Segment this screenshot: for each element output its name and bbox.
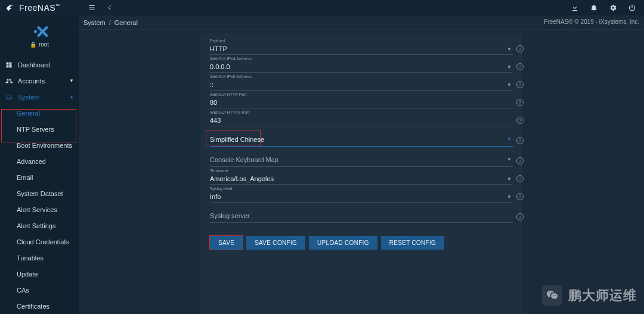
main-area: System / General FreeNAS® © 2019 - iXsys… bbox=[79, 15, 644, 314]
field-label: Syslog level bbox=[210, 186, 513, 191]
sidebar-user: 🔒 root bbox=[30, 41, 49, 48]
save-button[interactable]: SAVE bbox=[210, 236, 243, 250]
sidebar-item-label: Update bbox=[17, 271, 38, 278]
sidebar-item-label: Alert Settings bbox=[17, 222, 55, 229]
sidebar-item-certs[interactable]: Certificates bbox=[0, 298, 79, 314]
power-icon[interactable] bbox=[627, 3, 637, 13]
field-label: WebGUI IPv6 Address bbox=[210, 74, 513, 79]
dashboard-icon bbox=[5, 61, 13, 69]
help-icon[interactable]: ? bbox=[516, 157, 524, 164]
chevron-down-icon: ▼ bbox=[507, 194, 512, 200]
menu-icon[interactable] bbox=[87, 3, 97, 13]
sidebar-item-ntpservers[interactable]: NTP Servers bbox=[0, 121, 79, 137]
users-icon bbox=[5, 77, 13, 85]
help-icon[interactable]: ? bbox=[516, 81, 524, 88]
sidebar-item-tunables[interactable]: Tunables bbox=[0, 250, 79, 266]
sidebar-item-label: Advanced bbox=[17, 158, 46, 165]
chevron-down-icon: ▼ bbox=[507, 82, 512, 88]
chevron-down-icon: ▼ bbox=[69, 78, 74, 83]
sidebar-item-advanced[interactable]: Advanced bbox=[0, 153, 79, 169]
sidebar-item-label: Accounts bbox=[18, 77, 45, 85]
breadcrumb: System / General FreeNAS® © 2019 - iXsys… bbox=[79, 15, 644, 30]
help-icon[interactable]: ? bbox=[516, 99, 524, 106]
freenas-logo-icon bbox=[5, 2, 16, 13]
sidebar-item-label: CAs bbox=[17, 287, 29, 294]
help-icon[interactable]: ? bbox=[516, 193, 524, 200]
brand-logo: FreeNAS™ bbox=[5, 2, 83, 13]
reset-config-button[interactable]: RESET CONFIG bbox=[381, 236, 444, 250]
field-label: WebGUI IPv4 Address bbox=[210, 56, 513, 61]
sidebar-nav: Dashboard Accounts ▼ System ▲ General NT… bbox=[0, 57, 79, 314]
save-config-button[interactable]: SAVE CONFIG bbox=[246, 236, 305, 250]
help-icon[interactable]: ? bbox=[516, 63, 524, 70]
field-ipv6[interactable]: WebGUI IPv6 Address ::▼ ? bbox=[210, 74, 513, 91]
sidebar-item-label: System bbox=[18, 94, 40, 101]
sidebar-item-dashboard[interactable]: Dashboard bbox=[0, 57, 79, 73]
chevron-left-icon[interactable] bbox=[105, 3, 114, 13]
sidebar-item-alertset[interactable]: Alert Settings bbox=[0, 217, 79, 234]
breadcrumb-sep: / bbox=[109, 19, 111, 26]
field-kbdmap[interactable]: Console Keyboard Map▼ ? bbox=[210, 153, 513, 167]
svg-point-0 bbox=[34, 30, 37, 33]
copyright-text: FreeNAS® © 2019 - iXsystems, Inc. bbox=[544, 18, 639, 25]
sidebar-item-label: Alert Services bbox=[17, 206, 57, 213]
field-label: WebGUI HTTPS Port bbox=[210, 110, 513, 115]
sidebar-item-label: Certificates bbox=[17, 303, 49, 310]
sidebar-item-label: Dashboard bbox=[18, 61, 50, 69]
laptop-icon bbox=[5, 93, 13, 101]
chevron-down-icon: ▼ bbox=[507, 136, 512, 142]
download-icon[interactable] bbox=[570, 3, 580, 13]
field-language[interactable]: Simplified Chinese▼ ? bbox=[210, 132, 513, 147]
chevron-up-icon: ▲ bbox=[69, 94, 74, 100]
field-timezone[interactable]: Timezone America/Los_Angeles▼ ? bbox=[210, 168, 513, 185]
chevron-down-icon: ▼ bbox=[507, 46, 512, 52]
sidebar-item-label: Tunables bbox=[17, 254, 44, 262]
field-label: Timezone bbox=[210, 168, 513, 173]
field-syslogserver[interactable]: Syslog server ? bbox=[210, 209, 513, 223]
upload-config-button[interactable]: UPLOAD CONFIG bbox=[309, 236, 377, 250]
sidebar-item-system[interactable]: System ▲ bbox=[0, 89, 79, 105]
help-icon[interactable]: ? bbox=[516, 137, 524, 144]
lock-icon: 🔒 bbox=[30, 42, 36, 48]
sidebar-item-alertsvc[interactable]: Alert Services bbox=[0, 201, 79, 217]
brand-name: FreeNAS™ bbox=[19, 3, 60, 13]
sidebar-item-cas[interactable]: CAs bbox=[0, 282, 79, 298]
sidebar-item-update[interactable]: Update bbox=[0, 266, 79, 282]
sidebar-item-cloudcred[interactable]: Cloud Credentials bbox=[0, 234, 79, 250]
help-icon[interactable]: ? bbox=[516, 175, 524, 182]
sidebar-item-email[interactable]: Email bbox=[0, 169, 79, 185]
sidebar-item-general[interactable]: General bbox=[0, 105, 79, 121]
topbar: FreeNAS™ bbox=[0, 0, 644, 15]
chevron-down-icon: ▼ bbox=[507, 157, 512, 162]
field-protocol[interactable]: Protocol HTTP▼ ? bbox=[210, 38, 513, 55]
field-http-port[interactable]: WebGUI HTTP Port 80 ? bbox=[210, 92, 513, 108]
help-icon[interactable]: ? bbox=[516, 117, 524, 124]
help-icon[interactable]: ? bbox=[516, 213, 524, 220]
ix-logo-icon bbox=[32, 24, 47, 38]
breadcrumb-current: General bbox=[114, 19, 138, 26]
bell-icon[interactable] bbox=[589, 3, 599, 13]
help-icon[interactable]: ? bbox=[516, 45, 524, 52]
sidebar-item-label: General bbox=[17, 110, 40, 117]
buttons-row: SAVE SAVE CONFIG UPLOAD CONFIG RESET CON… bbox=[210, 236, 513, 250]
sidebar: 🔒 root Dashboard Accounts ▼ System ▲ Gen… bbox=[0, 15, 79, 314]
settings-card: Protocol HTTP▼ ? WebGUI IPv4 Address 0.0… bbox=[200, 33, 522, 314]
chevron-down-icon: ▼ bbox=[507, 176, 512, 182]
field-label: WebGUI HTTP Port bbox=[210, 92, 513, 97]
field-https-port[interactable]: WebGUI HTTPS Port 443 ? bbox=[210, 110, 513, 126]
sidebar-item-bootenv[interactable]: Boot Environments bbox=[0, 137, 79, 153]
sidebar-item-sysdataset[interactable]: System Dataset bbox=[0, 185, 79, 201]
sidebar-item-label: Cloud Credentials bbox=[17, 238, 69, 245]
field-sysloglevel[interactable]: Syslog level Info▼ ? bbox=[210, 186, 513, 203]
sidebar-item-label: Email bbox=[17, 174, 33, 181]
sidebar-item-label: NTP Servers bbox=[17, 126, 54, 133]
sidebar-item-label: Boot Environments bbox=[17, 142, 72, 149]
sidebar-item-label: System Dataset bbox=[17, 190, 63, 197]
gear-icon[interactable] bbox=[608, 3, 618, 13]
field-label: Protocol bbox=[210, 38, 513, 43]
sidebar-item-accounts[interactable]: Accounts ▼ bbox=[0, 73, 79, 89]
field-ipv4[interactable]: WebGUI IPv4 Address 0.0.0.0▼ ? bbox=[210, 56, 513, 73]
breadcrumb-parent[interactable]: System bbox=[83, 19, 106, 26]
chevron-down-icon: ▼ bbox=[507, 64, 512, 70]
